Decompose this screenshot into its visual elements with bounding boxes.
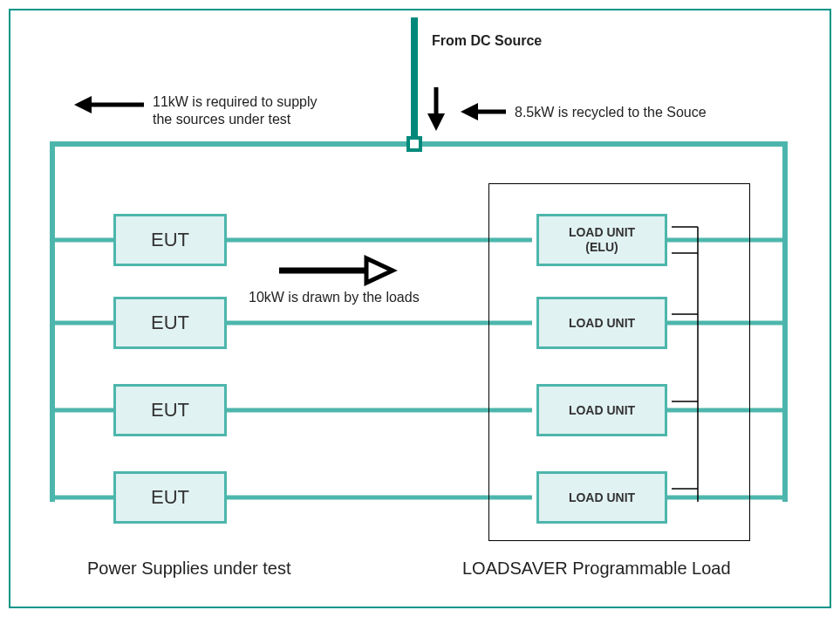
eut-label: EUT [151,229,189,251]
eut-label: EUT [151,399,189,422]
eut-label: EUT [151,486,189,509]
load-unit-label: LOAD UNIT [569,490,635,505]
caption-right: LOADSAVER Programmable Load [462,559,731,579]
recycle-note: 8.5kW is recycled to the Souce [515,105,707,120]
load-unit-1: LOAD UNIT (ELU) [536,214,667,266]
supply-note-line1: 11kW is required to supply [153,94,318,110]
eut-box-4: EUT [113,471,227,524]
eut-box-3: EUT [113,384,227,436]
load-unit-sublabel: (ELU) [585,240,618,255]
eut-box-2: EUT [113,297,227,349]
load-unit-label: LOAD UNIT [569,403,635,418]
load-unit-3: LOAD UNIT [536,384,667,436]
supply-note-line2: the sources under test [153,112,290,127]
load-unit-4: LOAD UNIT [536,471,667,524]
caption-left: Power Supplies under test [87,559,290,579]
load-unit-label: LOAD UNIT [569,316,635,331]
junction-node [406,136,422,152]
load-unit-2: LOAD UNIT [536,297,667,349]
eut-label: EUT [151,312,189,334]
eut-box-1: EUT [113,214,227,266]
dc-source-label: From DC Source [432,33,542,49]
load-unit-label: LOAD UNIT [569,225,635,240]
draw-note: 10kW is drawn by the loads [249,290,420,305]
